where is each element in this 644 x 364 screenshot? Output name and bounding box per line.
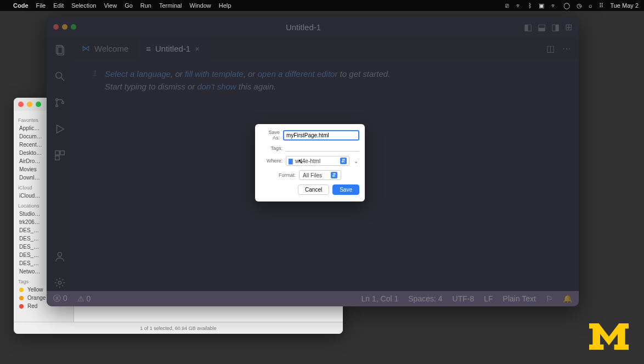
tags-label: Tags: (261, 145, 283, 151)
menu-edit[interactable]: Edit (53, 2, 64, 9)
save-dialog: Save As: Tags: Where: ▇ wd4e-html ⇵ ⌄ Fo… (255, 124, 365, 201)
save-button[interactable]: Save (332, 184, 359, 195)
search-icon[interactable]: ⌕ (589, 2, 592, 9)
michigan-logo (586, 319, 632, 352)
format-label: Format: (279, 172, 296, 178)
where-select[interactable]: ▇ wd4e-html ⇵ (286, 156, 349, 166)
menu-go[interactable]: Go (125, 2, 133, 9)
zoom-icon[interactable] (36, 102, 41, 107)
folder-icon: ▇ (289, 158, 293, 164)
menu-run[interactable]: Run (140, 2, 151, 9)
close-icon[interactable] (18, 102, 24, 107)
menubar-right: ⎚ ᯤ ᛒ ▣ ᯤ ◯ ◷ ⌕ ⠿ Tue May 2 (505, 2, 639, 9)
menu-view[interactable]: View (104, 2, 117, 9)
menu-file[interactable]: File (36, 2, 46, 9)
chevron-updown-icon: ⇵ (340, 158, 347, 164)
wifi-icon[interactable]: ᯤ (551, 2, 557, 9)
menu-selection[interactable]: Selection (71, 2, 96, 9)
saveas-label: Save As: (261, 130, 280, 141)
chevron-updown-icon: ⇵ (331, 172, 337, 178)
format-select[interactable]: All Files ⇵ (299, 170, 341, 180)
minimize-icon[interactable] (27, 102, 32, 107)
airdrop-icon[interactable]: ᯤ (516, 2, 522, 9)
menu-help[interactable]: Help (219, 2, 231, 9)
control-center-icon[interactable]: ⠿ (599, 2, 603, 9)
tags-input[interactable] (286, 145, 359, 152)
expand-icon[interactable]: ⌄ (353, 158, 359, 164)
menu-window[interactable]: Window (190, 2, 211, 9)
where-label: Where: (261, 158, 283, 164)
bluetooth-icon[interactable]: ᛒ (528, 2, 532, 9)
menubar-app[interactable]: Code (13, 2, 29, 9)
display-icon[interactable]: ▣ (539, 2, 544, 9)
finder-footer: 1 of 1 selected, 60.94 GB available (14, 322, 343, 334)
menu-terminal[interactable]: Terminal (159, 2, 182, 9)
screen-mirror-icon[interactable]: ⎚ (505, 2, 509, 9)
filename-input[interactable] (283, 130, 359, 141)
cancel-button[interactable]: Cancel (298, 184, 329, 195)
macos-menubar: Code File Edit Selection View Go Run Ter… (0, 0, 644, 11)
clock-icon[interactable]: ◷ (577, 2, 582, 9)
menubar-clock[interactable]: Tue May 2 (610, 2, 639, 9)
user-icon[interactable]: ◯ (563, 2, 570, 9)
